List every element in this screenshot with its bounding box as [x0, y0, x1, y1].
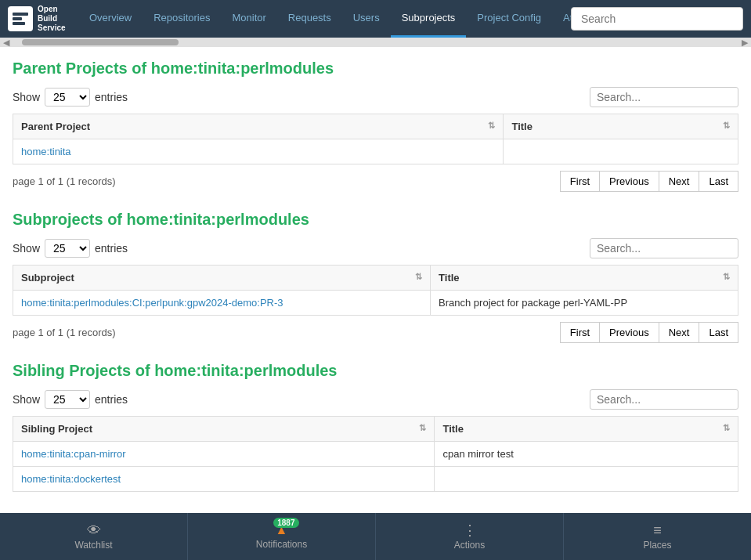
top-navigation: Open Build Service Overview Repositories… [0, 0, 751, 38]
tab-users[interactable]: Users [342, 0, 391, 38]
parent-previous-button[interactable]: Previous [599, 171, 659, 192]
sibling-title-cell-1: cpan mirror test [435, 442, 738, 467]
subprojects-section: Subprojects of home:tinita:perlmodules S… [13, 211, 738, 343]
parent-first-button[interactable]: First [560, 171, 599, 192]
subprojects-show-left: Show 25 50 100 entries [13, 239, 128, 258]
parent-show-select[interactable]: 25 50 100 [45, 88, 90, 107]
table-row: home:tinita:perlmodules:CI:perlpunk:gpw2… [13, 291, 738, 316]
nav-tabs: Overview Repositories Monitor Requests U… [78, 0, 571, 38]
scroll-thumb [22, 39, 179, 45]
subprojects-next-button[interactable]: Next [659, 322, 699, 343]
sibling-show-select[interactable]: 25 50 100 [45, 390, 90, 409]
search-input[interactable] [571, 7, 743, 31]
logo: Open Build Service [8, 5, 78, 33]
parent-project-link[interactable]: home:tinita [21, 146, 71, 157]
subprojects-page-info: page 1 of 1 (1 records) [13, 327, 116, 338]
tab-project-config[interactable]: Project Config [466, 0, 552, 38]
parent-last-button[interactable]: Last [699, 171, 738, 192]
subprojects-pagination-row: page 1 of 1 (1 records) First Previous N… [13, 322, 738, 343]
subprojects-table: Subproject ⇅ Title ⇅ home:tinita:perlmod… [13, 265, 738, 316]
subproject-col-title[interactable]: Title ⇅ [431, 266, 738, 291]
sibling-show-label: Show [13, 393, 40, 406]
subprojects-search-right [590, 238, 738, 258]
sibling-projects-section: Sibling Projects of home:tinita:perlmodu… [13, 362, 738, 492]
sibling-title-cell-2 [435, 467, 738, 492]
sibling-table-header: Sibling Project ⇅ Title ⇅ [13, 417, 738, 442]
sibling-entries-label: entries [95, 393, 128, 406]
parent-col-project[interactable]: Parent Project ⇅ [13, 114, 504, 139]
sibling-col-project[interactable]: Sibling Project ⇅ [13, 417, 435, 442]
tab-subprojects[interactable]: Subprojects [391, 0, 467, 38]
tab-requests[interactable]: Requests [277, 0, 342, 38]
parent-show-left: Show 25 50 100 entries [13, 88, 128, 107]
sibling-search-right [590, 389, 738, 410]
logo-text-line1: Open [38, 5, 66, 14]
svg-rect-1 [13, 17, 22, 20]
table-row: home:tinita:dockertest [13, 467, 738, 492]
horizontal-scrollbar[interactable]: ◀ ▶ [0, 38, 751, 47]
tab-repositories[interactable]: Repositories [143, 0, 221, 38]
sibling-projects-title: Sibling Projects of home:tinita:perlmodu… [13, 362, 738, 380]
sibling-project-link-2[interactable]: home:tinita:dockertest [21, 473, 121, 485]
parent-projects-table: Parent Project ⇅ Title ⇅ home:tinita [13, 114, 738, 164]
parent-projects-section: Parent Projects of home:tinita:perlmodul… [13, 60, 738, 192]
parent-search-right [590, 87, 738, 107]
sibling-project-cell-1: home:tinita:cpan-mirror [13, 442, 435, 467]
subprojects-show-row: Show 25 50 100 entries [13, 238, 738, 258]
subprojects-first-button[interactable]: First [560, 322, 599, 343]
parent-col-title[interactable]: Title ⇅ [504, 114, 738, 139]
subproject-title-cell: Branch project for package perl-YAML-PP [431, 291, 738, 316]
sibling-show-left: Show 25 50 100 entries [13, 390, 128, 409]
sibling-project-cell-2: home:tinita:dockertest [13, 467, 435, 492]
tab-monitor[interactable]: Monitor [221, 0, 276, 38]
subprojects-pagination-buttons: First Previous Next Last [560, 322, 738, 343]
search-container [571, 7, 743, 31]
sibling-col-title[interactable]: Title ⇅ [435, 417, 738, 442]
subproject-name-cell: home:tinita:perlmodules:CI:perlpunk:gpw2… [13, 291, 431, 316]
parent-entries-label: entries [95, 91, 128, 103]
parent-next-button[interactable]: Next [659, 171, 699, 192]
subprojects-entries-label: entries [95, 242, 128, 255]
subprojects-show-select[interactable]: 25 50 100 [45, 239, 90, 258]
subproject-link[interactable]: home:tinita:perlmodules:CI:perlpunk:gpw2… [21, 297, 283, 309]
logo-text-line2: Build [38, 14, 66, 23]
table-row: home:tinita [13, 139, 738, 164]
svg-rect-2 [13, 22, 25, 25]
svg-rect-0 [13, 13, 28, 16]
parent-pagination-buttons: First Previous Next Last [560, 171, 738, 192]
parent-show-label: Show [13, 91, 40, 103]
sibling-project-link-1[interactable]: home:tinita:cpan-mirror [21, 448, 126, 460]
parent-page-info: page 1 of 1 (1 records) [13, 175, 116, 187]
parent-title-cell [504, 139, 738, 164]
table-row: home:tinita:cpan-mirror cpan mirror test [13, 442, 738, 467]
logo-text-line3: Service [38, 23, 66, 33]
subprojects-last-button[interactable]: Last [699, 322, 738, 343]
sibling-show-row: Show 25 50 100 entries [13, 389, 738, 410]
sibling-projects-table: Sibling Project ⇅ Title ⇅ home:tinita:cp… [13, 416, 738, 492]
parent-search-input[interactable] [590, 87, 738, 107]
parent-table-header: Parent Project ⇅ Title ⇅ [13, 114, 738, 139]
subprojects-title: Subprojects of home:tinita:perlmodules [13, 211, 738, 229]
parent-pagination-row: page 1 of 1 (1 records) First Previous N… [13, 171, 738, 192]
tab-attributes[interactable]: Attributes [552, 0, 571, 38]
parent-project-cell: home:tinita [13, 139, 504, 164]
subprojects-previous-button[interactable]: Previous [599, 322, 659, 343]
parent-projects-title: Parent Projects of home:tinita:perlmodul… [13, 60, 738, 78]
subprojects-table-header: Subproject ⇅ Title ⇅ [13, 266, 738, 291]
sibling-search-input[interactable] [590, 389, 738, 410]
main-content: Parent Projects of home:tinita:perlmodul… [0, 47, 751, 513]
subproject-col-project[interactable]: Subproject ⇅ [13, 266, 431, 291]
subprojects-search-input[interactable] [590, 238, 738, 258]
logo-icon [8, 6, 33, 31]
subprojects-show-label: Show [13, 242, 40, 255]
tab-overview[interactable]: Overview [78, 0, 143, 38]
parent-show-row: Show 25 50 100 entries [13, 87, 738, 107]
